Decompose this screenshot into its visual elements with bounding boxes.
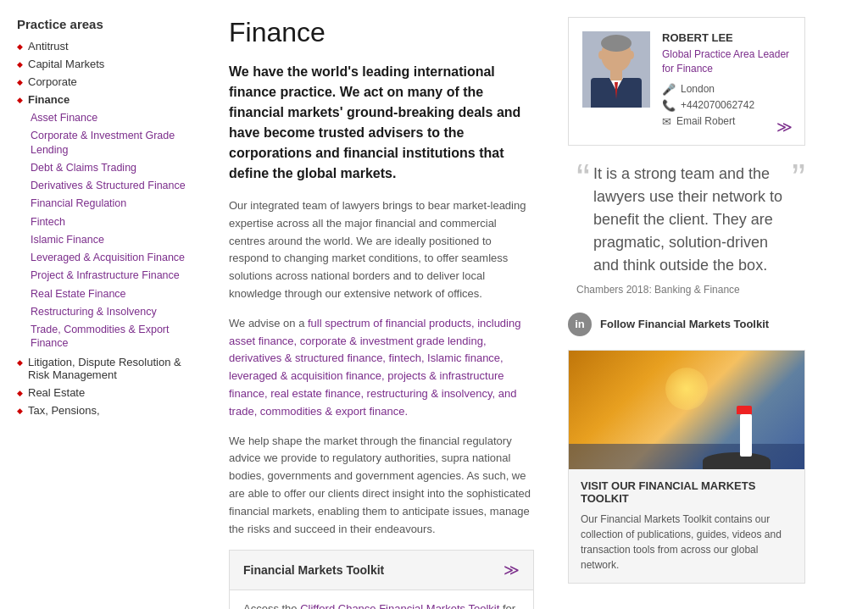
toolkit-body-before: Access the	[243, 602, 300, 609]
intro-paragraph: We have the world's leading internationa…	[229, 62, 534, 184]
sidebar-link-litigation[interactable]: Litigation, Dispute Resolution & Risk Ma…	[28, 356, 186, 381]
sub-link-derivatives[interactable]: Derivatives & Structured Finance	[31, 179, 186, 192]
linkedin-text: Follow Financial Markets Toolkit	[600, 318, 769, 330]
sidebar-item-finance[interactable]: ◆ Finance	[17, 93, 186, 106]
svg-point-8	[629, 51, 634, 59]
sub-item-asset-finance[interactable]: Asset Finance	[31, 111, 186, 125]
para2-before: We advise on a	[229, 317, 308, 329]
person-role: Global Practice Area Leader for Finance	[662, 47, 791, 76]
sidebar-link-antitrust[interactable]: Antitrust	[28, 40, 69, 53]
email-icon: ✉	[662, 115, 671, 128]
sub-item-leveraged[interactable]: Leveraged & Acquisition Finance	[31, 251, 186, 264]
toolkit-box: Financial Markets Toolkit ≫ Access the C…	[229, 550, 534, 609]
sidebar-link-real-estate[interactable]: Real Estate	[28, 386, 85, 399]
person-photo	[582, 31, 650, 108]
diamond-icon: ◆	[17, 407, 23, 415]
quote-open-icon: “	[576, 163, 590, 195]
person-phone-text: +442070062742	[681, 99, 754, 111]
person-location-text: London	[681, 83, 715, 95]
sub-link-islamic-finance[interactable]: Islamic Finance	[31, 233, 186, 246]
person-location: 🎤 London	[662, 83, 791, 96]
sub-link-real-estate[interactable]: Real Estate Finance	[31, 287, 186, 301]
toolkit-card-body: VISIT OUR FINANCIAL MARKETS TOOLKIT Our …	[569, 469, 804, 583]
sub-link-corporate-lending[interactable]: Corporate & Investment Grade Lending	[31, 129, 186, 157]
toolkit-image	[569, 351, 804, 469]
diamond-icon: ◆	[17, 60, 23, 69]
sidebar-item-tax[interactable]: ◆ Tax, Pensions,	[17, 404, 186, 417]
toolkit-card-title: VISIT OUR FINANCIAL MARKETS TOOLKIT	[581, 479, 793, 505]
toolkit-chevron-icon[interactable]: ≫	[504, 561, 520, 579]
sidebar-link-corporate[interactable]: Corporate	[28, 75, 77, 88]
diamond-icon: ◆	[17, 42, 23, 51]
sidebar-sub-items: Asset Finance Corporate & Investment Gra…	[31, 111, 186, 351]
sidebar-link-capital-markets[interactable]: Capital Markets	[28, 58, 104, 70]
toolkit-header[interactable]: Financial Markets Toolkit ≫	[230, 551, 533, 590]
svg-rect-6	[610, 70, 622, 80]
sub-item-debt-claims[interactable]: Debt & Claims Trading	[31, 161, 186, 174]
sub-item-financial-regulation[interactable]: Financial Regulation	[31, 197, 186, 210]
person-role-link[interactable]: Finance	[676, 63, 713, 75]
sidebar: Practice areas ◆ Antitrust ◆ Capital Mar…	[17, 17, 203, 609]
linkedin-follow[interactable]: in Follow Financial Markets Toolkit	[568, 313, 805, 336]
lighthouse-top	[737, 406, 752, 414]
diamond-icon: ◆	[17, 358, 23, 367]
sub-item-restructuring[interactable]: Restructuring & Insolvency	[31, 305, 186, 318]
svg-point-2	[601, 35, 632, 52]
sub-link-trade[interactable]: Trade, Commodities & Export Finance	[31, 323, 186, 351]
sub-item-trade[interactable]: Trade, Commodities & Export Finance	[31, 323, 186, 351]
diamond-icon: ◆	[17, 96, 23, 104]
phone-icon: 📞	[662, 99, 676, 112]
sub-link-project-infra[interactable]: Project & Infrastructure Finance	[31, 269, 186, 282]
sub-link-leveraged[interactable]: Leveraged & Acquisition Finance	[31, 251, 186, 264]
toolkit-card-text: Our Financial Markets Toolkit contains o…	[581, 512, 793, 573]
rocks	[703, 452, 771, 469]
para2: We advise on a full spectrum of financia…	[229, 315, 534, 421]
person-phone: 📞 +442070062742	[662, 99, 791, 112]
sub-link-debt-claims[interactable]: Debt & Claims Trading	[31, 161, 186, 174]
sub-item-corporate-lending[interactable]: Corporate & Investment Grade Lending	[31, 129, 186, 157]
para3: We help shape the market through the fin…	[229, 433, 534, 539]
person-card: ROBERT LEE Global Practice Area Leader f…	[568, 17, 805, 146]
lighthouse-tower	[740, 414, 752, 457]
sub-item-derivatives[interactable]: Derivatives & Structured Finance	[31, 179, 186, 192]
sidebar-item-real-estate[interactable]: ◆ Real Estate	[17, 386, 186, 399]
microphone-icon: 🎤	[662, 83, 676, 96]
sidebar-link-finance[interactable]: Finance	[28, 93, 70, 106]
quote-content: “ It is a strong team and the lawyers us…	[576, 163, 805, 277]
toolkit-body: Access the Clifford Chance Financial Mar…	[230, 590, 533, 609]
quote-block: “ It is a strong team and the lawyers us…	[568, 163, 805, 296]
sidebar-item-capital-markets[interactable]: ◆ Capital Markets	[17, 58, 186, 70]
sidebar-link-tax[interactable]: Tax, Pensions,	[28, 404, 100, 417]
card-expand-icon[interactable]: ≫	[776, 118, 793, 136]
person-email-link[interactable]: Email Robert	[676, 115, 735, 127]
sub-link-restructuring[interactable]: Restructuring & Insolvency	[31, 305, 186, 318]
sub-item-project-infra[interactable]: Project & Infrastructure Finance	[31, 269, 186, 282]
toolkit-image-card: VISIT OUR FINANCIAL MARKETS TOOLKIT Our …	[568, 350, 805, 584]
person-name: ROBERT LEE	[662, 31, 791, 44]
sub-item-islamic-finance[interactable]: Islamic Finance	[31, 233, 186, 246]
toolkit-body-link[interactable]: Clifford Chance Financial Markets Toolki…	[300, 602, 499, 609]
sub-item-real-estate[interactable]: Real Estate Finance	[31, 287, 186, 301]
sub-link-financial-regulation[interactable]: Financial Regulation	[31, 197, 186, 210]
diamond-icon: ◆	[17, 389, 23, 397]
page-title: Finance	[229, 17, 534, 48]
toolkit-title: Financial Markets Toolkit	[243, 563, 384, 577]
para2-link[interactable]: full spectrum of financial products, inc…	[229, 317, 520, 418]
linkedin-icon: in	[568, 313, 592, 336]
lighthouse	[738, 406, 754, 457]
sidebar-item-corporate[interactable]: ◆ Corporate	[17, 75, 186, 88]
sub-link-asset-finance[interactable]: Asset Finance	[31, 111, 186, 125]
sidebar-item-antitrust[interactable]: ◆ Antitrust	[17, 40, 186, 53]
sidebar-title: Practice areas	[17, 17, 186, 31]
sub-link-fintech[interactable]: Fintech	[31, 215, 186, 229]
quote-text: It is a strong team and the lawyers use …	[593, 163, 788, 277]
sun-glow	[665, 368, 708, 410]
sub-item-fintech[interactable]: Fintech	[31, 215, 186, 229]
person-email[interactable]: ✉ Email Robert	[662, 115, 791, 128]
quote-close-icon: ”	[792, 163, 805, 195]
para1: Our integrated team of lawyers brings to…	[229, 197, 534, 303]
right-sidebar: ROBERT LEE Global Practice Area Leader f…	[559, 17, 805, 609]
diamond-icon: ◆	[17, 78, 23, 86]
sidebar-item-litigation[interactable]: ◆ Litigation, Dispute Resolution & Risk …	[17, 356, 186, 381]
quote-source: Chambers 2018: Banking & Finance	[576, 284, 805, 296]
